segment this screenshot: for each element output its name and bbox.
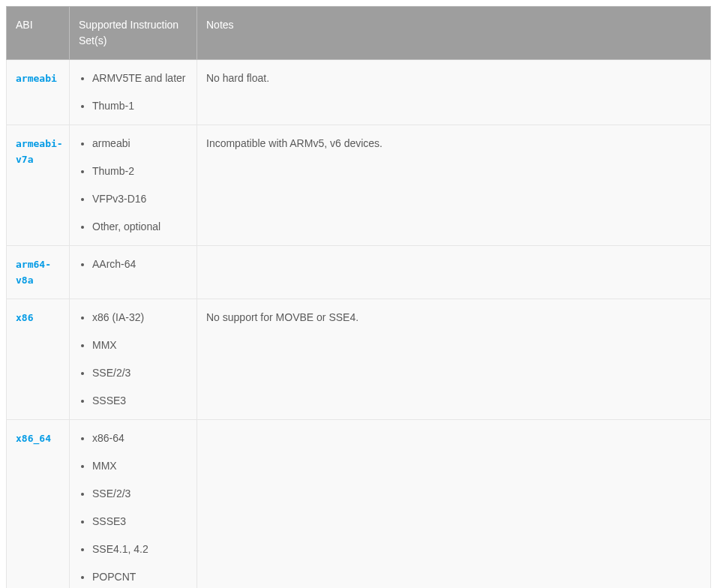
instruction-set-item: POPCNT <box>92 569 188 585</box>
instruction-set-item: MMX <box>92 458 188 474</box>
instruction-set-item: Thumb-2 <box>92 164 188 179</box>
abi-table: ABI Supported Instruction Set(s) Notes a… <box>6 6 711 588</box>
instruction-set-item: x86-64 <box>92 430 188 446</box>
cell-notes: No support for MOVBE or SSE4. <box>197 299 711 420</box>
cell-instruction-sets: ARMV5TE and laterThumb-1 <box>70 60 197 125</box>
header-instruction-sets: Supported Instruction Set(s) <box>70 7 197 60</box>
table-row: arm64-v8aAArch-64 <box>7 246 711 299</box>
instruction-set-item: SSE/2/3 <box>92 365 188 381</box>
instruction-set-item: ARMV5TE and later <box>92 70 188 86</box>
header-abi: ABI <box>7 7 70 60</box>
cell-instruction-sets: x86-64MMXSSE/2/3SSSE3SSE4.1, 4.2POPCNT <box>70 420 197 589</box>
table-header-row: ABI Supported Instruction Set(s) Notes <box>7 7 711 60</box>
cell-notes <box>197 420 711 589</box>
cell-notes: No hard float. <box>197 60 711 125</box>
abi-link[interactable]: armeabi <box>16 73 57 84</box>
cell-notes <box>197 246 711 299</box>
instruction-set-item: Thumb-1 <box>92 98 188 114</box>
cell-abi: armeabi <box>7 60 70 125</box>
instruction-set-list: armeabiThumb-2VFPv3-D16Other, optional <box>79 136 188 235</box>
table-row: x86_64x86-64MMXSSE/2/3SSSE3SSE4.1, 4.2PO… <box>7 420 711 589</box>
instruction-set-item: armeabi <box>92 136 188 152</box>
instruction-set-item: MMX <box>92 338 188 353</box>
cell-abi: arm64-v8a <box>7 246 70 299</box>
instruction-set-item: SSE/2/3 <box>92 486 188 502</box>
cell-abi: x86 <box>7 299 70 420</box>
abi-link[interactable]: x86 <box>16 312 33 323</box>
instruction-set-item: x86 (IA-32) <box>92 310 188 326</box>
instruction-set-item: SSSE3 <box>92 393 188 409</box>
table-row: armeabi-v7aarmeabiThumb-2VFPv3-D16Other,… <box>7 125 711 246</box>
instruction-set-list: x86 (IA-32)MMXSSE/2/3SSSE3 <box>79 310 188 409</box>
cell-instruction-sets: armeabiThumb-2VFPv3-D16Other, optional <box>70 125 197 246</box>
instruction-set-item: SSE4.1, 4.2 <box>92 542 188 557</box>
cell-abi: x86_64 <box>7 420 70 589</box>
instruction-set-item: Other, optional <box>92 219 188 235</box>
table-row: armeabiARMV5TE and laterThumb-1No hard f… <box>7 60 711 125</box>
instruction-set-list: AArch-64 <box>79 256 188 272</box>
header-notes: Notes <box>197 7 711 60</box>
abi-link[interactable]: arm64-v8a <box>16 259 51 286</box>
instruction-set-item: AArch-64 <box>92 256 188 272</box>
instruction-set-list: x86-64MMXSSE/2/3SSSE3SSE4.1, 4.2POPCNT <box>79 430 188 585</box>
cell-instruction-sets: AArch-64 <box>70 246 197 299</box>
abi-link[interactable]: armeabi-v7a <box>16 138 63 165</box>
cell-instruction-sets: x86 (IA-32)MMXSSE/2/3SSSE3 <box>70 299 197 420</box>
instruction-set-item: SSSE3 <box>92 514 188 530</box>
cell-notes: Incompatible with ARMv5, v6 devices. <box>197 125 711 246</box>
cell-abi: armeabi-v7a <box>7 125 70 246</box>
abi-link[interactable]: x86_64 <box>16 433 51 444</box>
table-row: x86x86 (IA-32)MMXSSE/2/3SSSE3No support … <box>7 299 711 420</box>
instruction-set-item: VFPv3-D16 <box>92 191 188 207</box>
instruction-set-list: ARMV5TE and laterThumb-1 <box>79 70 188 114</box>
